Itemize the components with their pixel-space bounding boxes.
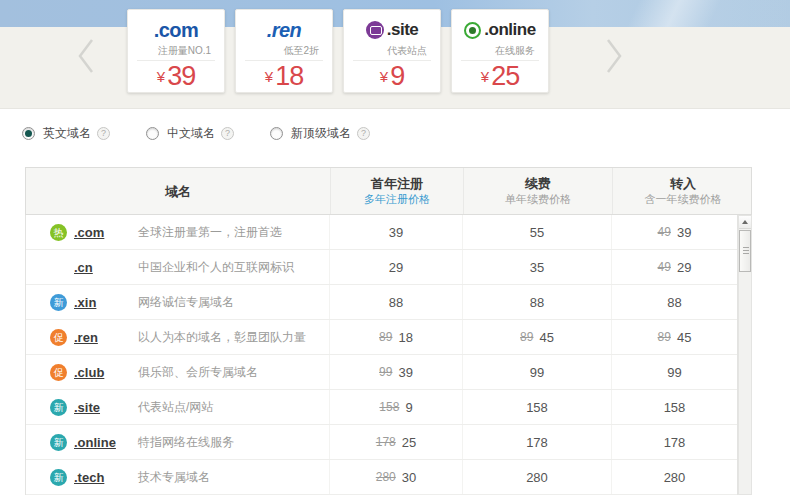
- domain-link[interactable]: .ren: [74, 330, 138, 345]
- header-domain: 域名: [26, 168, 331, 214]
- current-price: 30: [402, 470, 416, 485]
- current-price: 88: [667, 295, 681, 310]
- domain-link[interactable]: .cn: [74, 260, 138, 275]
- currency-symbol: ¥: [265, 68, 273, 85]
- renew-price-cell: 158: [463, 390, 612, 424]
- transfer-price-cell: 158: [612, 390, 737, 424]
- multi-year-price-link[interactable]: 多年注册价格: [364, 192, 430, 207]
- header-renew: 续费 单年续费价格: [464, 168, 613, 214]
- header-register: 首年注册 多年注册价格: [331, 168, 464, 214]
- domain-card[interactable]: .ren 低至2折 ¥ 18: [235, 9, 333, 93]
- site-badge-icon: [366, 21, 384, 39]
- price-value: 25: [491, 61, 519, 92]
- card-tagline: 在线服务: [452, 44, 548, 57]
- domain-card[interactable]: .site 代表站点 ¥ 9: [343, 9, 441, 93]
- radio-icon[interactable]: [22, 127, 35, 140]
- domain-cell: 新 .site 代表站点/网站: [26, 390, 330, 424]
- domain-cell: 热 .com 全球注册量第一，注册首选: [26, 215, 330, 249]
- renew-price-cell: 99: [463, 355, 612, 389]
- scroll-thumb[interactable]: [739, 230, 751, 272]
- carousel-prev-button[interactable]: [72, 36, 102, 76]
- domain-description: 技术专属域名: [138, 469, 210, 486]
- renew-price-cell: 35: [463, 250, 612, 284]
- table-body: 热 .com 全球注册量第一，注册首选 39 55 49 39 .cn 中国企业…: [25, 215, 738, 495]
- current-price: 45: [539, 330, 553, 345]
- domain-link[interactable]: .club: [74, 365, 138, 380]
- domain-cell: 促 .ren 以人为本的域名，彰显团队力量: [26, 320, 330, 354]
- register-price-cell: 158 9: [330, 390, 463, 424]
- current-price: 29: [389, 260, 403, 275]
- help-icon[interactable]: ?: [221, 127, 234, 140]
- table-row: 新 .site 代表站点/网站 158 9 158 158: [26, 390, 737, 425]
- domain-description: 全球注册量第一，注册首选: [138, 224, 282, 241]
- register-price-cell: 29: [330, 250, 463, 284]
- scroll-up-button[interactable]: [739, 216, 751, 229]
- domain-cell: 新 .tech 技术专属域名: [26, 460, 330, 494]
- tld-badge-icon: 新: [50, 434, 67, 451]
- header-title: 首年注册: [371, 175, 423, 192]
- online-badge-icon: [464, 22, 481, 39]
- domain-card[interactable]: .com 注册量NO.1 ¥ 39: [127, 9, 225, 93]
- domain-link[interactable]: .online: [74, 435, 138, 450]
- domain-link[interactable]: .site: [74, 400, 138, 415]
- domain-cell: 新 .xin 网络诚信专属域名: [26, 285, 330, 319]
- register-price-cell: 99 39: [330, 355, 463, 389]
- domain-card-list: .com 注册量NO.1 ¥ 39 .ren 低至2折 ¥ 18: [127, 9, 549, 93]
- card-tagline: 代表站点: [344, 44, 440, 57]
- table-row: 促 .club 俱乐部、会所专属域名 99 39 99 99: [26, 355, 737, 390]
- header-title: 域名: [165, 183, 191, 200]
- tld-badge-icon: 新: [50, 294, 67, 311]
- card-price: ¥ 18: [236, 61, 332, 92]
- current-price: 280: [664, 470, 686, 485]
- card-tld: .online: [484, 20, 535, 40]
- table-row: 促 .ren 以人为本的域名，彰显团队力量 89 18 89 45 89 45: [26, 320, 737, 355]
- current-price: 178: [526, 435, 548, 450]
- card-tld: .ren: [236, 17, 332, 44]
- help-icon[interactable]: ?: [357, 127, 370, 140]
- table-scrollbar[interactable]: [738, 215, 752, 495]
- header-transfer: 转入 含一年续费价格: [613, 168, 753, 214]
- banner-sky-texture: [530, 0, 790, 27]
- domain-link[interactable]: .com: [74, 225, 138, 240]
- domain-link[interactable]: .xin: [74, 295, 138, 310]
- table-header: 域名 首年注册 多年注册价格 续费 单年续费价格 转入 含一年续费价格: [25, 167, 752, 215]
- currency-symbol: ¥: [157, 68, 165, 85]
- transfer-price-cell: 178: [612, 425, 737, 459]
- radio-icon[interactable]: [146, 127, 159, 140]
- price-value: 18: [275, 61, 303, 92]
- header-subtitle: 单年续费价格: [505, 192, 571, 207]
- domain-description: 俱乐部、会所专属域名: [138, 364, 258, 381]
- help-icon[interactable]: ?: [97, 127, 110, 140]
- renew-price-cell: 55: [463, 215, 612, 249]
- header-title: 转入: [670, 175, 696, 192]
- radio-label: 中文域名: [167, 125, 215, 142]
- transfer-price-cell: 280: [612, 460, 737, 494]
- current-price: 18: [398, 330, 412, 345]
- table-row: 新 .online 特指网络在线服务 178 25 178 178: [26, 425, 737, 460]
- tld-badge-icon: 促: [50, 364, 67, 381]
- current-price: 9: [405, 400, 412, 415]
- tld-badge-icon: 热: [50, 224, 67, 241]
- renew-price-cell: 88: [463, 285, 612, 319]
- old-price: 49: [658, 260, 671, 274]
- domain-card[interactable]: .online 在线服务 ¥ 25: [451, 9, 549, 93]
- register-price-cell: 178 25: [330, 425, 463, 459]
- domain-cell: 新 .online 特指网络在线服务: [26, 425, 330, 459]
- current-price: 88: [530, 295, 544, 310]
- card-price: ¥ 39: [128, 61, 224, 92]
- carousel-next-button[interactable]: [598, 36, 628, 76]
- domain-cell: 促 .club 俱乐部、会所专属域名: [26, 355, 330, 389]
- table-row: .cn 中国企业和个人的互联网标识 29 35 49 29: [26, 250, 737, 285]
- domain-link[interactable]: .tech: [74, 470, 138, 485]
- chevron-right-icon: [598, 36, 628, 76]
- current-price: 29: [677, 260, 691, 275]
- filter-option-chinese[interactable]: 中文域名 ?: [146, 125, 234, 142]
- register-price-cell: 89 18: [330, 320, 463, 354]
- old-price: 89: [379, 330, 392, 344]
- radio-icon[interactable]: [270, 127, 283, 140]
- card-tld: .com: [128, 17, 224, 44]
- filter-option-new-tld[interactable]: 新顶级域名 ?: [270, 125, 370, 142]
- current-price: 55: [530, 225, 544, 240]
- old-price: 178: [376, 435, 396, 449]
- filter-option-english[interactable]: 英文域名 ?: [22, 125, 110, 142]
